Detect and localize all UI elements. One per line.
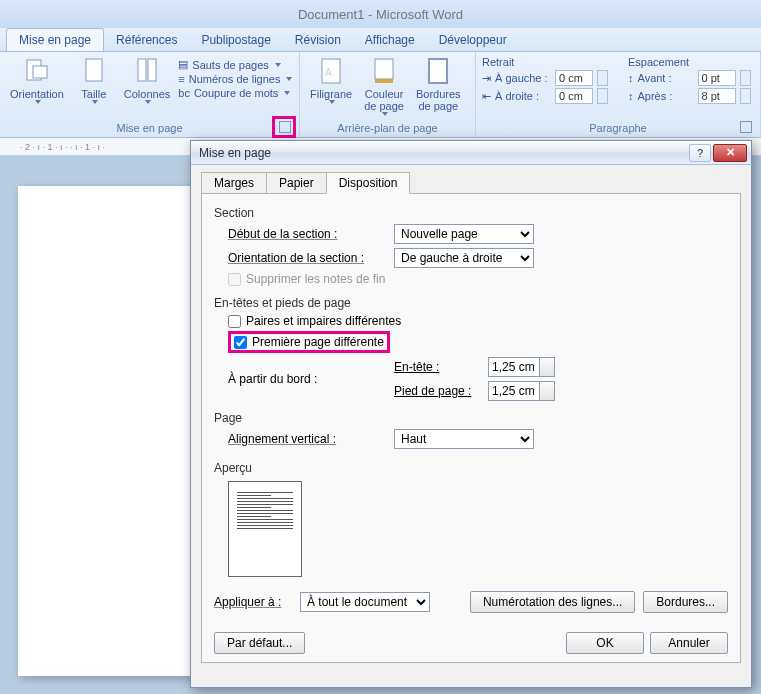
ribbon: Orientation Taille Colonnes ▤Sauts de pa… [0, 52, 761, 138]
hyphenation-icon: bc [178, 87, 190, 99]
supprimer-notes-checkbox: Supprimer les notes de fin [228, 272, 728, 286]
tab-revision[interactable]: Révision [283, 29, 353, 51]
annuler-button[interactable]: Annuler [650, 632, 728, 654]
premiere-page-highlight: Première page différente [228, 331, 390, 353]
entete-spinbox[interactable] [488, 357, 555, 377]
ok-button[interactable]: OK [566, 632, 644, 654]
close-icon: ✕ [726, 146, 735, 159]
debut-section-combo[interactable]: Nouvelle page [394, 224, 534, 244]
supprimer-notes-input [228, 273, 241, 286]
pied-label: Pied de page : [394, 384, 480, 398]
space-after-icon: ↕ [628, 90, 634, 102]
entetes-heading: En-têtes et pieds de page [214, 296, 728, 310]
tab-disposition[interactable]: Disposition [326, 172, 411, 194]
appliquer-label: Appliquer à : [214, 595, 292, 609]
coupure-button[interactable]: bcCoupure de mots [178, 87, 292, 99]
dialog-titlebar: Mise en page ? ✕ [191, 141, 751, 165]
orientation-section-label: Orientation de la section : [228, 251, 386, 265]
filigrane-button[interactable]: A Filigrane [306, 54, 356, 106]
premiere-page-checkbox[interactable]: Première page différente [234, 335, 384, 349]
colonnes-button[interactable]: Colonnes [120, 54, 174, 106]
page-borders-icon [424, 56, 452, 86]
par-defaut-button[interactable]: Par défaut... [214, 632, 305, 654]
space-before-icon: ↕ [628, 72, 634, 84]
group-paragraphe: Retrait ⇥À gauche :0 cm ⇤À droite :0 cm … [476, 52, 761, 137]
window-title: Document1 - Microsoft Word [298, 7, 463, 22]
sauts-button[interactable]: ▤Sauts de pages [178, 58, 292, 71]
help-icon: ? [697, 147, 703, 159]
apercu-heading: Aperçu [214, 461, 728, 475]
svg-rect-7 [375, 59, 393, 79]
retrait-gauche[interactable]: ⇥À gauche :0 cm [482, 70, 608, 86]
highlight-launcher [272, 116, 296, 138]
numeros-button[interactable]: ≡Numéros de lignes [178, 73, 292, 85]
entete-input[interactable] [488, 357, 540, 377]
group-label-arriere-plan: Arrière-plan de page [306, 121, 469, 135]
orientation-icon [23, 56, 51, 86]
svg-text:A: A [325, 67, 332, 78]
group-mise-en-page: Orientation Taille Colonnes ▤Sauts de pa… [0, 52, 300, 137]
ribbon-tabs: Mise en page Références Publipostage Rév… [0, 28, 761, 52]
bordures-page-button[interactable]: Bordures de page [412, 54, 465, 114]
bordures-button[interactable]: Bordures... [643, 591, 728, 613]
dialog-help-button[interactable]: ? [689, 144, 711, 162]
debut-section-label: Début de la section : [228, 227, 386, 241]
taille-button[interactable]: Taille [72, 54, 116, 106]
svg-rect-9 [429, 59, 447, 83]
tab-marges[interactable]: Marges [201, 172, 267, 194]
preview-box [228, 481, 302, 577]
retrait-droite[interactable]: ⇤À droite :0 cm [482, 88, 608, 104]
dialog-body: Section Début de la section : Nouvelle p… [201, 193, 741, 663]
line-numbers-icon: ≡ [178, 73, 184, 85]
espacement-apres[interactable]: ↕Après :8 pt [628, 88, 751, 104]
group-arriere-plan: A Filigrane Couleur de page Bordures de … [300, 52, 476, 137]
svg-rect-3 [138, 59, 146, 81]
indent-right-icon: ⇤ [482, 90, 491, 103]
group-label-mise-en-page: Mise en page [6, 121, 293, 135]
couleur-page-button[interactable]: Couleur de page [360, 54, 408, 118]
alignement-combo[interactable]: Haut [394, 429, 534, 449]
espacement-title: Espacement [628, 56, 751, 68]
orientation-button[interactable]: Orientation [6, 54, 68, 106]
tab-mise-en-page[interactable]: Mise en page [6, 28, 104, 51]
tab-papier[interactable]: Papier [266, 172, 327, 194]
entete-label: En-tête : [394, 360, 480, 374]
espacement-avant[interactable]: ↕Avant :0 pt [628, 70, 751, 86]
apartir-label: À partir du bord : [228, 372, 386, 386]
dialog-title: Mise en page [199, 146, 271, 160]
indent-left-icon: ⇥ [482, 72, 491, 85]
svg-rect-1 [33, 66, 47, 78]
retrait-title: Retrait [482, 56, 608, 68]
dialog-tabs: Marges Papier Disposition [191, 165, 751, 193]
window-titlebar: Document1 - Microsoft Word [0, 0, 761, 28]
pied-spinbox[interactable] [488, 381, 555, 401]
svg-rect-2 [86, 59, 102, 81]
dialog-close-button[interactable]: ✕ [713, 144, 747, 162]
orientation-section-combo[interactable]: De gauche à droite [394, 248, 534, 268]
paragraphe-launcher[interactable] [740, 121, 752, 133]
pied-input[interactable] [488, 381, 540, 401]
alignement-label: Alignement vertical : [228, 432, 386, 446]
section-heading: Section [214, 206, 728, 220]
svg-rect-8 [375, 79, 393, 83]
page-heading: Page [214, 411, 728, 425]
svg-rect-4 [148, 59, 156, 81]
page-setup-dialog: Mise en page ? ✕ Marges Papier Dispositi… [190, 140, 752, 688]
tab-publipostage[interactable]: Publipostage [189, 29, 282, 51]
columns-icon [135, 56, 159, 86]
paires-input[interactable] [228, 315, 241, 328]
page-size-icon [82, 56, 106, 86]
breaks-icon: ▤ [178, 58, 188, 71]
group-label-paragraphe: Paragraphe [482, 121, 754, 135]
premiere-input[interactable] [234, 336, 247, 349]
tab-developpeur[interactable]: Développeur [427, 29, 519, 51]
paires-impaires-checkbox[interactable]: Paires et impaires différentes [228, 314, 728, 328]
numerotation-button[interactable]: Numérotation des lignes... [470, 591, 635, 613]
page-color-icon [370, 56, 398, 86]
tab-references[interactable]: Références [104, 29, 189, 51]
tab-affichage[interactable]: Affichage [353, 29, 427, 51]
appliquer-combo[interactable]: À tout le document [300, 592, 430, 612]
watermark-icon: A [317, 56, 345, 86]
